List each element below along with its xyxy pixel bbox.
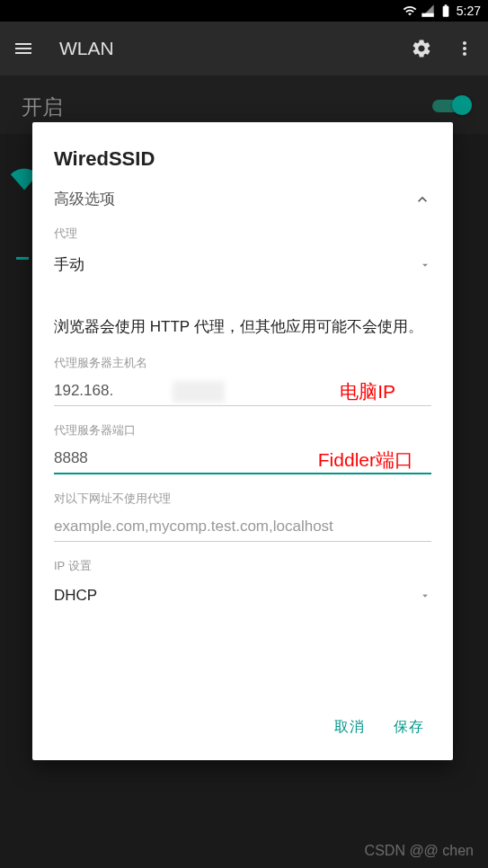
proxy-select[interactable]: 手动	[54, 247, 431, 280]
app-title: WLAN	[59, 38, 389, 59]
proxy-host-field: 代理服务器主机名 电脑IP	[54, 355, 431, 406]
gear-icon[interactable]	[411, 38, 432, 59]
network-dialog: WiredSSID 高级选项 代理 手动 浏览器会使用 HTTP 代理，但其他应…	[32, 122, 453, 760]
ip-value: DHCP	[54, 587, 97, 605]
dropdown-icon	[419, 259, 431, 271]
cancel-button[interactable]: 取消	[334, 718, 365, 737]
ip-settings-select[interactable]: DHCP	[54, 580, 431, 610]
status-time: 5:27	[457, 4, 481, 18]
app-bar: WLAN	[0, 22, 488, 75]
dialog-title: WiredSSID	[54, 147, 431, 171]
divider-accent	[16, 257, 29, 260]
ip-settings-label: IP 设置	[54, 558, 431, 574]
redacted-blur	[173, 381, 225, 403]
advanced-options-toggle[interactable]: 高级选项	[54, 189, 431, 209]
save-button[interactable]: 保存	[394, 718, 424, 737]
bypass-input[interactable]	[54, 514, 431, 542]
status-bar: 5:27	[0, 0, 488, 22]
watermark: CSDN @@ chen	[365, 843, 474, 859]
host-annotation: 电脑IP	[340, 379, 395, 404]
proxy-info-text: 浏览器会使用 HTTP 代理，但其他应用可能不会使用。	[54, 314, 431, 339]
wlan-toggle[interactable]	[432, 95, 472, 117]
dialog-buttons: 取消 保存	[54, 707, 431, 748]
host-label: 代理服务器主机名	[54, 355, 431, 371]
signal-icon	[421, 4, 435, 18]
wifi-icon	[403, 4, 417, 18]
proxy-port-field: 代理服务器端口 Fiddler端口	[54, 422, 431, 474]
port-annotation: Fiddler端口	[318, 447, 413, 473]
chevron-up-icon	[413, 190, 431, 208]
port-label: 代理服务器端口	[54, 422, 431, 438]
proxy-value: 手动	[54, 254, 84, 275]
proxy-label: 代理	[54, 226, 431, 242]
menu-icon[interactable]	[13, 38, 34, 59]
battery-icon	[439, 4, 453, 18]
wlan-toggle-label: 开启	[22, 93, 466, 121]
more-icon[interactable]	[454, 38, 475, 59]
bypass-label: 对以下网址不使用代理	[54, 491, 431, 507]
advanced-label: 高级选项	[54, 189, 115, 209]
dropdown-icon	[419, 589, 431, 602]
bypass-field: 对以下网址不使用代理	[54, 491, 431, 542]
